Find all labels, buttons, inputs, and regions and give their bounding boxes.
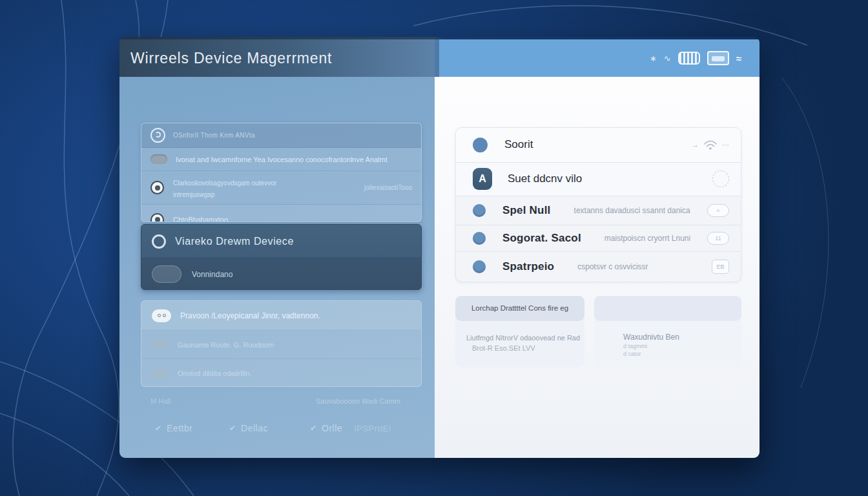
options-card: Pravoon /Leoyepicanal Jinnr, vadtennon. … xyxy=(141,300,422,387)
info-card-intro-row[interactable]: Ivonat and Iwcamnforne Yea Ivocesanno co… xyxy=(141,148,421,171)
window-header: Wirreels Device Magerrment ∗ ∿ ≈ xyxy=(119,39,760,77)
device-row-2[interactable]: A Suet ddcnv vilo xyxy=(456,163,741,197)
device-dot-icon xyxy=(473,138,488,152)
device-2-name: Suet ddcnv vilo xyxy=(508,172,582,185)
footer-left-text: M Hall xyxy=(150,397,170,405)
info-card-option2-row[interactable]: ChtoBhabamxtoo xyxy=(141,205,421,222)
left-button-2-label: Dellac xyxy=(241,423,268,433)
action-card-left: Lorchap Drattttel Cons fire eg Liutfmgd … xyxy=(455,295,584,367)
device-3-action-button[interactable]: ≈ xyxy=(707,204,729,217)
options-row-2-label: Gauname Route. G. Ruudoom xyxy=(178,341,274,349)
device-row-3[interactable]: Spel Null textanns davadusci ssannt dani… xyxy=(456,196,741,225)
device-5-detail: cspotsvr c osvvicissr xyxy=(577,262,695,271)
action-card-right: Waxudnivtu Ben d tagmmi d cator xyxy=(594,295,741,367)
scan-toggle-row: Vonnindano xyxy=(141,258,421,290)
titlebar-right: ∗ ∿ ≈ xyxy=(435,39,760,77)
device-row-1[interactable]: Soorit → ⋯ xyxy=(456,128,741,163)
dots-icon: ⋯ xyxy=(722,141,729,149)
left-button-3-suffix: IPSPrttEl xyxy=(354,424,391,433)
pill-icon xyxy=(150,154,167,164)
radio-dot xyxy=(155,217,160,222)
options-row-3[interactable]: Oriolod dildita odaiirfiln. xyxy=(141,359,421,387)
option1-value: joitexaisaotiTooo xyxy=(364,184,412,191)
display-window-inner xyxy=(712,56,725,61)
options-row-1-label: Pravoon /Leoyepicanal Jinnr, vadtennon. xyxy=(180,311,320,320)
radio-icon[interactable] xyxy=(150,213,164,223)
left-button-1[interactable]: ✔ Eettbr xyxy=(155,423,192,433)
device-4-action-button[interactable]: 11 xyxy=(707,232,729,245)
option1-line1: Clarkoskovolsagyovdsgam outevvor xyxy=(173,180,276,187)
letter-a-icon: A xyxy=(473,168,492,190)
window-title: Wirreels Device Magerrment xyxy=(130,50,332,67)
device-5-name: Spatrpeio xyxy=(502,260,554,273)
left-button-1-label: Eettbr xyxy=(167,423,192,433)
wave-icon[interactable]: ∿ xyxy=(664,54,671,63)
left-button-3[interactable]: ✔ Orlle IPSPrttEl xyxy=(310,423,391,433)
info-card-option1-row[interactable]: Clarkoskovolsagyovdsgam outevvor intremj… xyxy=(141,171,421,205)
double-dot-icon xyxy=(152,309,171,322)
secondary-button[interactable] xyxy=(594,295,741,321)
app-window: Wirreels Device Magerrment ∗ ∿ ≈ OSnforI… xyxy=(119,37,760,458)
device-5-action-button[interactable]: EB xyxy=(712,260,729,274)
battery-icon[interactable] xyxy=(678,52,700,65)
check-icon: ✔ xyxy=(310,424,316,433)
left-button-3-label: Orlle xyxy=(322,423,342,433)
scan-card-title: Viareko Drewm Deviece xyxy=(175,236,294,247)
device-3-detail: textanns davadusci ssannt danicas xyxy=(574,206,690,215)
spiral-icon xyxy=(150,128,165,143)
scan-ring-icon xyxy=(152,234,166,249)
pill-icon xyxy=(152,369,169,378)
device-list: Soorit → ⋯ xyxy=(455,127,741,282)
footer-right-text: Sauvaboooon Wadi Camm xyxy=(316,397,400,405)
action-left-line1: Liutfmgd NItrorV odaoovead ne Rad xyxy=(455,333,584,343)
radio-icon[interactable] xyxy=(150,181,164,194)
info-intro-label: Ivonat and Iwcamnforne Yea Ivocesanno co… xyxy=(176,156,388,163)
sparkle-icon[interactable]: ∗ xyxy=(650,54,657,63)
option2-label: ChtoBhabamxtoo xyxy=(173,216,228,222)
dot xyxy=(158,314,161,317)
device-4-name: Sogorat. Sacol xyxy=(502,232,581,245)
device-4-detail: maistpoiscn cryorrt Lnunio orcs xyxy=(604,234,690,243)
device-3-name: Spel Null xyxy=(502,204,551,217)
signal-wing-icon[interactable]: ≈ xyxy=(736,53,741,64)
info-card: OSnforII Thom Knm ANVta Ivonat and Iwcam… xyxy=(141,123,422,222)
spiral-inner xyxy=(155,132,161,138)
device-row-4[interactable]: Sogorat. Sacol maistpoiscn cryorrt Lnuni… xyxy=(456,225,741,253)
wifi-icon xyxy=(703,139,718,150)
left-button-2[interactable]: ✔ Dellac xyxy=(229,423,268,433)
check-icon: ✔ xyxy=(229,424,236,433)
scan-toggle[interactable] xyxy=(152,265,181,283)
options-row-1[interactable]: Pravoon /Leoyepicanal Jinnr, vadtennon. xyxy=(141,301,421,331)
action-right-line2: d cator xyxy=(594,350,741,358)
pane-seam xyxy=(435,39,439,77)
left-pane-footer: M Hall Sauvaboooon Wadi Camm xyxy=(150,397,400,405)
options-row-2[interactable]: Gauname Route. G. Ruudoom xyxy=(141,331,421,359)
device-1-name: Soorit xyxy=(504,138,533,151)
display-window-icon[interactable] xyxy=(707,51,729,65)
radio-dot xyxy=(155,185,160,191)
action-right-title: Waxudnivtu Ben xyxy=(594,333,741,342)
arrow-icon: → xyxy=(692,141,699,149)
device-dot-icon xyxy=(473,232,486,245)
option1-line2: intremjuswgap xyxy=(173,191,214,198)
scan-device-card: Viareko Drewm Deviece Vonnindano xyxy=(141,224,422,290)
device-dot-icon xyxy=(473,260,486,273)
action-left-line2: Brot-R Eso.SEt LVV xyxy=(455,343,584,353)
device-dot-icon xyxy=(473,204,486,217)
titlebar-left: Wirreels Device Magerrment xyxy=(119,39,435,77)
dashed-circle-icon[interactable] xyxy=(712,170,729,187)
info-header-label: OSnforII Thom Knm ANVta xyxy=(173,132,255,139)
device-row-5[interactable]: Spatrpeio cspotsvr c osvvicissr EB xyxy=(456,252,741,282)
scan-card-title-row: Viareko Drewm Deviece xyxy=(141,225,421,258)
check-icon: ✔ xyxy=(155,424,161,433)
left-pane: OSnforII Thom Knm ANVta Ivonat and Iwcam… xyxy=(119,77,435,458)
info-card-header-row[interactable]: OSnforII Thom Knm ANVta xyxy=(141,123,421,148)
dot xyxy=(163,314,166,317)
wifi-status-group[interactable]: → ⋯ xyxy=(692,139,729,150)
connect-button[interactable]: Lorchap Drattttel Cons fire eg xyxy=(455,295,584,321)
right-pane: Soorit → ⋯ xyxy=(435,77,760,458)
scan-toggle-label: Vonnindano xyxy=(192,270,232,279)
pill-icon xyxy=(152,340,169,349)
option1-lines: Clarkoskovolsagyovdsgam outevvor intremj… xyxy=(173,176,355,200)
options-row-3-label: Oriolod dildita odaiirfiln. xyxy=(178,369,251,377)
